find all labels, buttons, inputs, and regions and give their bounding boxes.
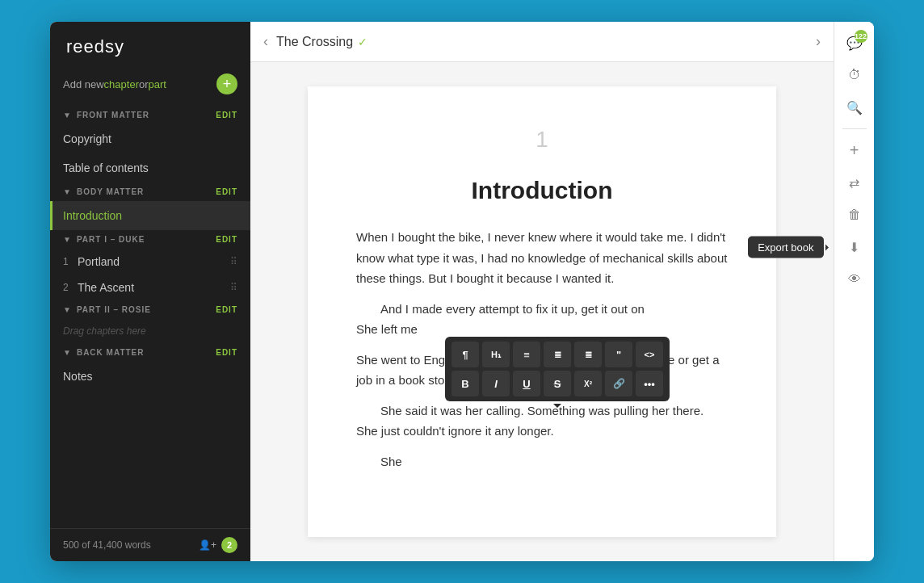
back-matter-edit[interactable]: EDIT bbox=[216, 348, 237, 357]
body-matter-chevron: ▼ bbox=[63, 187, 72, 196]
item1-name: Portland bbox=[78, 255, 230, 268]
part1-section: ▼ PART I – Duke EDIT bbox=[50, 230, 250, 249]
back-matter-section: ▼ BACK MATTER EDIT bbox=[50, 343, 250, 362]
part1-edit[interactable]: EDIT bbox=[216, 235, 237, 244]
sidebar-item-notes[interactable]: Notes bbox=[50, 362, 250, 391]
part2-edit[interactable]: EDIT bbox=[216, 305, 237, 314]
toolbar-underline-btn[interactable]: U bbox=[513, 371, 540, 396]
body-matter-edit[interactable]: EDIT bbox=[216, 187, 237, 196]
back-matter-label: BACK MATTER bbox=[77, 348, 145, 357]
paragraph-5: She bbox=[356, 451, 728, 472]
comment-count-badge: 122 bbox=[855, 30, 867, 43]
or-text: or bbox=[139, 78, 149, 90]
toolbar-row-2: B I U S X² 🔗 ••• bbox=[452, 371, 663, 396]
window-layout: reedsy Add new chapter or part + ▼ FRONT… bbox=[50, 22, 874, 561]
toolbar-align-btn[interactable]: ≡ bbox=[513, 342, 540, 367]
export-btn-container: ⬇ Export book bbox=[840, 233, 869, 262]
item1-num: 1 bbox=[63, 256, 78, 267]
front-matter-label: FRONT MATTER bbox=[77, 111, 149, 120]
front-matter-section: ▼ FRONT MATTER EDIT bbox=[50, 106, 250, 124]
paragraph-2: And I made every attempt to fix it up, g… bbox=[356, 299, 728, 340]
part2-section: ▼ PART II – Rosie EDIT bbox=[50, 300, 250, 319]
chapter-title-area: The Crossing ✓ bbox=[276, 35, 816, 49]
front-matter-chevron: ▼ bbox=[63, 111, 72, 120]
sidebar-item-the-ascent[interactable]: 2 The Ascent ⠿ bbox=[50, 275, 250, 300]
paragraph-1: When I bought the bike, I never knew whe… bbox=[356, 227, 728, 289]
divider-1 bbox=[842, 128, 867, 129]
split-button[interactable]: ⇄ bbox=[840, 168, 869, 197]
sidebar: reedsy Add new chapter or part + ▼ FRONT… bbox=[50, 22, 250, 561]
toolbar-list-ol-btn[interactable]: ≣ bbox=[574, 342, 602, 367]
paragraph-4: She said it was her calling. Something w… bbox=[356, 401, 728, 442]
toolbar-row-1: ¶ H₁ ≡ ≣ ≣ " <> bbox=[452, 342, 663, 367]
app-window: reedsy Add new chapter or part + ▼ FRONT… bbox=[50, 22, 874, 561]
sidebar-item-portland[interactable]: 1 Portland ⠿ bbox=[50, 249, 250, 275]
back-matter-chevron: ▼ bbox=[63, 348, 72, 357]
add-new-text: Add new bbox=[63, 78, 104, 90]
back-arrow-icon[interactable]: ‹ bbox=[263, 33, 268, 50]
toolbar-code-btn[interactable]: <> bbox=[636, 342, 663, 367]
sidebar-item-copyright[interactable]: Copyright bbox=[50, 124, 250, 153]
word-count: 500 of 41,400 words bbox=[63, 539, 199, 551]
chapter-title: The Crossing bbox=[276, 35, 353, 49]
next-arrow-icon[interactable]: › bbox=[816, 33, 821, 50]
chapter-header: ‹ The Crossing ✓ › bbox=[250, 22, 834, 62]
export-tooltip-text: Export book bbox=[758, 241, 813, 254]
toolbar-paragraph-btn[interactable]: ¶ bbox=[452, 342, 479, 367]
chapter-check-icon: ✓ bbox=[358, 36, 368, 48]
toolbar-h1-btn[interactable]: H₁ bbox=[482, 342, 510, 367]
toolbar-quote-btn[interactable]: " bbox=[605, 342, 632, 367]
delete-button[interactable]: 🗑 bbox=[840, 200, 869, 229]
body-matter-label: BODY MATTER bbox=[77, 187, 144, 196]
item2-num: 2 bbox=[63, 282, 78, 293]
notes-label: Notes bbox=[63, 370, 93, 383]
export-tooltip: Export book bbox=[748, 237, 823, 258]
item2-name: The Ascent bbox=[78, 281, 230, 294]
format-toolbar: ¶ H₁ ≡ ≣ ≣ " <> B I U S bbox=[445, 337, 670, 401]
toolbar-more-btn[interactable]: ••• bbox=[636, 371, 663, 396]
sidebar-footer: 500 of 41,400 words 👤+ 2 bbox=[50, 528, 250, 561]
preview-button[interactable]: 👁 bbox=[840, 265, 869, 294]
export-button[interactable]: ⬇ bbox=[840, 233, 869, 262]
notification-badge: 2 bbox=[221, 537, 237, 553]
toolbar-italic-btn[interactable]: I bbox=[482, 371, 510, 396]
part-link[interactable]: part bbox=[149, 78, 166, 90]
toc-label: Table of contents bbox=[63, 161, 149, 174]
introduction-label: Introduction bbox=[63, 209, 122, 222]
toolbar-list-ul-btn[interactable]: ≣ bbox=[544, 342, 571, 367]
part1-label: PART I – Duke bbox=[77, 235, 145, 244]
editor-area[interactable]: 1 Introduction When I bought the bike, I… bbox=[250, 62, 834, 561]
page-number: 1 bbox=[356, 127, 728, 153]
add-button[interactable]: + bbox=[840, 136, 869, 165]
history-button[interactable]: ⏱ bbox=[840, 61, 869, 90]
toolbar-link-btn[interactable]: 🔗 bbox=[605, 371, 632, 396]
item1-drag-handle[interactable]: ⠿ bbox=[230, 256, 237, 267]
main-content: ‹ The Crossing ✓ › 1 Introduction When I… bbox=[250, 22, 834, 561]
drag-placeholder: Drag chapters here bbox=[50, 319, 250, 343]
toolbar-bold-btn[interactable]: B bbox=[452, 371, 479, 396]
editor-page: 1 Introduction When I bought the bike, I… bbox=[308, 86, 776, 537]
toolbar-strikethrough-btn[interactable]: S bbox=[544, 371, 571, 396]
sidebar-item-introduction[interactable]: Introduction bbox=[50, 201, 250, 230]
part1-chevron: ▼ bbox=[63, 235, 72, 244]
right-sidebar: 💬 122 ⏱ 🔍 + ⇄ 🗑 ⬇ Export book 👁 bbox=[834, 22, 874, 561]
app-logo: reedsy bbox=[50, 22, 250, 69]
chapter-heading: Introduction bbox=[356, 177, 728, 204]
part2-chevron: ▼ bbox=[63, 305, 72, 314]
search-button[interactable]: 🔍 bbox=[840, 93, 869, 122]
add-new-row: Add new chapter or part + bbox=[50, 69, 250, 106]
front-matter-edit[interactable]: EDIT bbox=[216, 111, 237, 120]
copyright-label: Copyright bbox=[63, 132, 111, 145]
item2-drag-handle[interactable]: ⠿ bbox=[230, 282, 237, 293]
body-matter-section: ▼ BODY MATTER EDIT bbox=[50, 182, 250, 201]
chapter-link[interactable]: chapter bbox=[104, 78, 139, 90]
toolbar-superscript-btn[interactable]: X² bbox=[574, 371, 602, 396]
comments-btn-container: 💬 122 bbox=[840, 28, 869, 57]
add-new-button[interactable]: + bbox=[216, 73, 237, 94]
user-icon: 👤+ bbox=[199, 539, 216, 551]
part2-label: PART II – Rosie bbox=[77, 305, 151, 314]
sidebar-item-toc[interactable]: Table of contents bbox=[50, 153, 250, 182]
